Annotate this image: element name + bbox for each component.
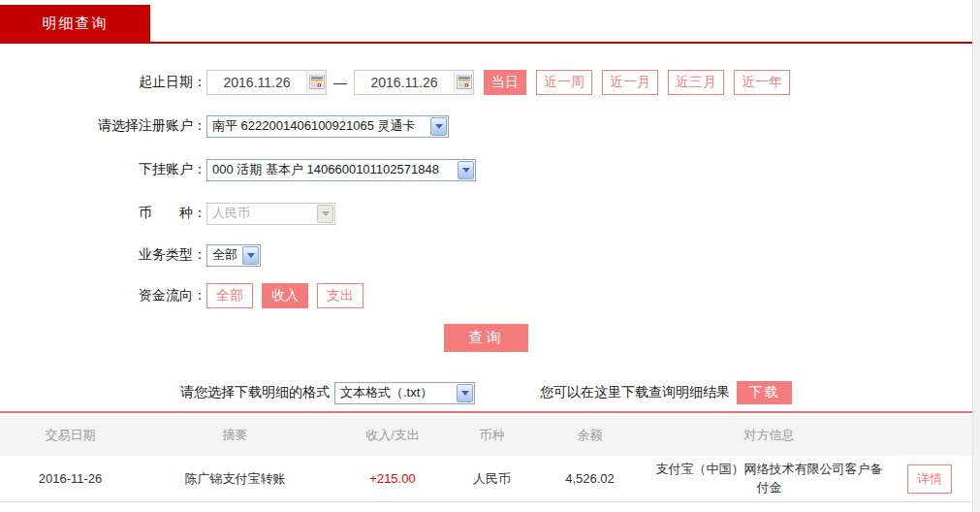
cell-summary: 陈广锦支付宝转账 [141,470,330,488]
tab-bar: 明细查询 [0,0,972,44]
table-header-row: 交易日期 摘要 收入/支出 币种 余额 对方信息 [0,415,972,456]
download-row: 请您选择下载明细的格式 文本格式（.txt） 您可以在这里下载查询明细结果 下载 [0,380,972,405]
sub-account-row: 下挂账户： 000 活期 基本户 1406600101102571848 [0,157,972,182]
header-trade-date: 交易日期 [0,427,141,444]
fund-flow-row: 资金流向： 全部 收入 支出 [0,283,972,308]
end-date-field[interactable] [354,70,474,95]
quick-range-week-button[interactable]: 近一周 [536,70,592,95]
download-format-select[interactable]: 文本格式（.txt） [334,382,475,404]
date-range-separator: — [333,75,347,90]
table-row: 2016-11-26 陈广锦支付宝转账 +215.00 人民币 4,526.02… [0,456,972,502]
start-date-field[interactable] [206,70,327,95]
currency-label: 币 种： [0,205,206,222]
query-button-row: 查询 [0,324,972,352]
quick-range-year-button[interactable]: 近一年 [734,70,790,95]
tab-detail-query[interactable]: 明细查询 [0,5,150,42]
page-right-gutter [972,0,980,512]
end-date-input[interactable] [355,75,454,90]
date-range-label: 起止日期： [0,74,206,91]
business-type-row: 业务类型： 全部 [0,242,972,268]
quick-range-today-button[interactable]: 当日 [484,70,526,95]
fund-flow-income-button[interactable]: 收入 [262,283,308,308]
download-button[interactable]: 下载 [737,381,792,404]
transaction-detail-query-page: 明细查询 起止日期： [0,0,980,512]
end-date-calendar-icon[interactable] [454,71,473,94]
download-hint-text: 您可以在这里下载查询明细结果 [540,384,730,401]
currency-select: 人民币 [206,203,335,225]
sub-account-select[interactable]: 000 活期 基本户 1406600101102571848 [206,159,476,181]
business-type-select[interactable]: 全部 [206,244,261,267]
cell-currency: 人民币 [456,470,528,488]
currency-row: 币 种： 人民币 [0,201,972,226]
download-format-label: 请您选择下载明细的格式 [180,384,330,401]
quick-range-month-button[interactable]: 近一月 [602,70,658,95]
start-date-calendar-icon[interactable] [306,71,326,94]
cell-amount: +215.00 [330,471,456,486]
cell-balance: 4,526.02 [528,471,651,486]
cell-counterparty: 支付宝（中国）网络技术有限公司客户备付金 [651,461,887,497]
date-range-row: 起止日期： [0,70,972,95]
header-counterparty: 对方信息 [651,427,887,445]
query-form: 起止日期： [0,44,972,405]
header-balance: 余额 [528,427,651,444]
business-type-label: 业务类型： [0,246,206,264]
register-account-value: 南平 6222001406100921065 灵通卡 [207,117,429,135]
fund-flow-expense-button[interactable]: 支出 [317,283,364,308]
register-account-select[interactable]: 南平 6222001406100921065 灵通卡 [206,115,449,138]
sub-account-value: 000 活期 基本户 1406600101102571848 [207,161,457,178]
chevron-down-icon [242,246,259,265]
query-button[interactable]: 查询 [444,324,528,352]
currency-value: 人民币 [207,205,316,222]
register-account-row: 请选择注册账户： 南平 6222001406100921065 灵通卡 [0,113,972,139]
detail-button[interactable]: 详情 [907,464,952,494]
header-currency: 币种 [456,427,528,444]
register-account-label: 请选择注册账户： [0,117,206,135]
chevron-down-icon [458,161,474,179]
fund-flow-label: 资金流向： [0,287,206,304]
sub-account-label: 下挂账户： [0,161,206,178]
cell-trade-date: 2016-11-26 [0,471,141,486]
chevron-down-icon [430,117,447,136]
business-type-value: 全部 [207,246,241,264]
chevron-down-icon [317,205,333,223]
result-divider [0,411,972,413]
fund-flow-all-button[interactable]: 全部 [206,283,253,308]
quick-range-quarter-button[interactable]: 近三月 [668,70,724,95]
start-date-input[interactable] [207,75,306,90]
chevron-down-icon [457,384,473,402]
tab-underline [0,42,972,44]
header-income-expense: 收入/支出 [330,427,456,444]
cell-action: 详情 [887,464,972,494]
header-summary: 摘要 [141,427,330,444]
download-format-value: 文本格式（.txt） [335,384,456,401]
